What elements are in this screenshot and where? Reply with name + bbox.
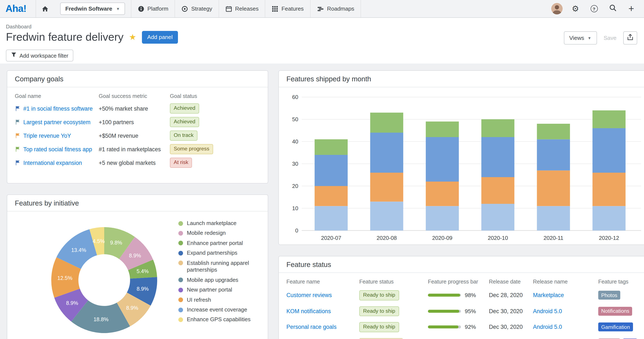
legend-item[interactable]: Enhance partner portal [178,240,262,247]
nav-item-roadmaps[interactable]: Roadmaps [310,0,361,17]
goal-status-badge: Achieved [170,117,199,127]
legend-item[interactable]: Mobile app upgrades [178,277,262,284]
nav-item-platform[interactable]: Platform [131,0,175,17]
aha-logo[interactable]: Aha! [0,0,36,17]
feature-tags-cell: Notifications [598,307,640,316]
company-goals-rows: #1 in social fitness software+50% market… [7,102,268,170]
bar-segment-segment-orange[interactable] [481,177,514,204]
views-dropdown-button[interactable]: Views ▼ [564,31,597,44]
goal-name-link[interactable]: #1 in social fitness software [23,105,93,112]
feature-status-badge: Ready to ship [359,290,399,300]
goal-name-link[interactable]: Triple revenue YoY [23,132,71,139]
bar-segment-segment-orange[interactable] [537,170,570,206]
bar-segment-segment-light-blue[interactable] [426,206,459,231]
settings-button[interactable]: ⚙ [566,0,585,17]
add-panel-button[interactable]: Add panel [142,31,178,44]
page-header: Dashboard Fredwin feature delivery ★ Add… [0,17,644,64]
legend-item[interactable]: Enhance GPS capabilities [178,316,262,324]
donut-slice-label: 5.4% [137,268,149,274]
nav-item-strategy[interactable]: Strategy [175,0,218,17]
legend-item[interactable]: New partner portal [178,286,262,294]
feature-name-link[interactable]: Personal race goals [286,324,336,330]
bar-segment-segment-green[interactable] [314,140,348,155]
bar-segment-segment-light-blue[interactable] [481,204,514,230]
nav-item-label: Releases [235,6,259,12]
column-header: Feature progress bar [428,279,489,285]
bar-segment-segment-blue[interactable] [314,155,348,186]
help-button[interactable]: ? [585,0,603,17]
top-nav: Aha! Fredwin Software ▼ PlatformStrategy… [0,0,644,18]
favorite-star-icon[interactable]: ★ [129,33,136,41]
export-button[interactable] [623,31,637,44]
legend-item[interactable]: Establish running apparel partnerships [178,260,262,274]
create-button[interactable]: + [622,0,640,17]
feature-status-column-headers: Feature name Feature status Feature prog… [279,273,644,287]
roadmaps-gantt-icon [317,5,324,12]
goal-name-cell: Top rated social fitness app [15,146,99,152]
x-tick-label: 2020-10 [488,235,508,241]
user-menu-button[interactable] [548,0,566,17]
legend-item[interactable]: Increase event coverage [178,306,262,314]
goal-flag-icon [15,146,20,152]
bar-segment-segment-blue[interactable] [592,128,626,173]
bar-segment-segment-blue[interactable] [481,137,514,177]
legend-label: Expand partnerships [187,250,238,257]
panel-title: Company goals [7,71,268,87]
bar-segment-segment-green[interactable] [537,124,570,140]
goal-name-cell: Triple revenue YoY [15,132,99,139]
release-date: Dec 30, 2020 [489,308,533,314]
add-workspace-filter-button[interactable]: Add workspace filter [6,50,73,62]
bar-segment-segment-green[interactable] [370,113,403,133]
bar-segment-segment-orange[interactable] [370,173,403,202]
bar-segment-segment-green[interactable] [481,119,514,137]
bar-segment-segment-light-blue[interactable] [314,206,348,231]
bar-segment-segment-orange[interactable] [426,182,459,206]
legend-label: Establish running apparel partnerships [187,260,262,274]
release-name-link[interactable]: Marketplace [533,292,564,298]
feature-tag: Photos [598,291,620,300]
nav-item-releases[interactable]: Releases [218,0,265,17]
legend-color-dot [178,318,183,322]
legend-color-dot [178,278,183,282]
bar-segment-segment-light-blue[interactable] [370,202,403,231]
goal-name-link[interactable]: Largest partner ecosystem [23,119,90,125]
legend-label: Mobile app upgrades [187,277,238,284]
release-name-link[interactable]: Android 5.0 [533,308,562,314]
bar-segment-segment-light-blue[interactable] [537,206,570,231]
bar-segment-segment-green[interactable] [592,110,626,128]
nav-item-features[interactable]: Features [265,0,310,17]
header-actions: Views ▼ Save [564,31,637,44]
legend-item[interactable]: Mobile redesign [178,230,262,237]
goal-name-link[interactable]: International expansion [23,160,82,166]
home-button[interactable] [36,0,54,17]
initiative-legend: Launch marketplaceMobile redesignEnhance… [178,220,262,326]
progress-percent: 92% [465,324,476,330]
y-tick-label: 30 [292,160,298,167]
bar-segment-segment-blue[interactable] [426,137,459,182]
page-title: Fredwin feature delivery [6,30,124,44]
bar-segment-segment-blue[interactable] [370,133,403,173]
feature-name-link[interactable]: Customer reviews [286,292,332,298]
column-header: Feature status [359,279,428,285]
goal-name-link[interactable]: Top rated social fitness app [23,146,92,152]
legend-item[interactable]: UI refresh [178,296,262,304]
table-row: Top rated social fitness app#1 rated in … [7,142,268,156]
workspace-dropdown-button[interactable]: Fredwin Software ▼ [60,2,125,15]
legend-item[interactable]: Expand partnerships [178,250,262,257]
save-button[interactable]: Save [602,31,618,44]
release-name-link[interactable]: Android 5.0 [533,324,562,330]
goal-flag-icon [15,160,20,166]
bar-segment-segment-orange[interactable] [314,186,348,206]
search-button[interactable] [603,0,622,17]
feature-name-link[interactable]: KOM notifications [286,308,331,314]
legend-color-dot [178,251,183,255]
bar-segment-segment-blue[interactable] [537,140,570,170]
bar-segment-segment-orange[interactable] [592,173,626,206]
bar-segment-segment-light-blue[interactable] [592,206,626,231]
bar-segment-segment-green[interactable] [426,122,459,137]
goal-metric: +100 partners [99,119,170,125]
search-icon [609,4,616,13]
y-tick-label: 10 [292,205,298,212]
feature-tag: Notifications [598,307,632,316]
legend-item[interactable]: Launch marketplace [178,220,262,227]
